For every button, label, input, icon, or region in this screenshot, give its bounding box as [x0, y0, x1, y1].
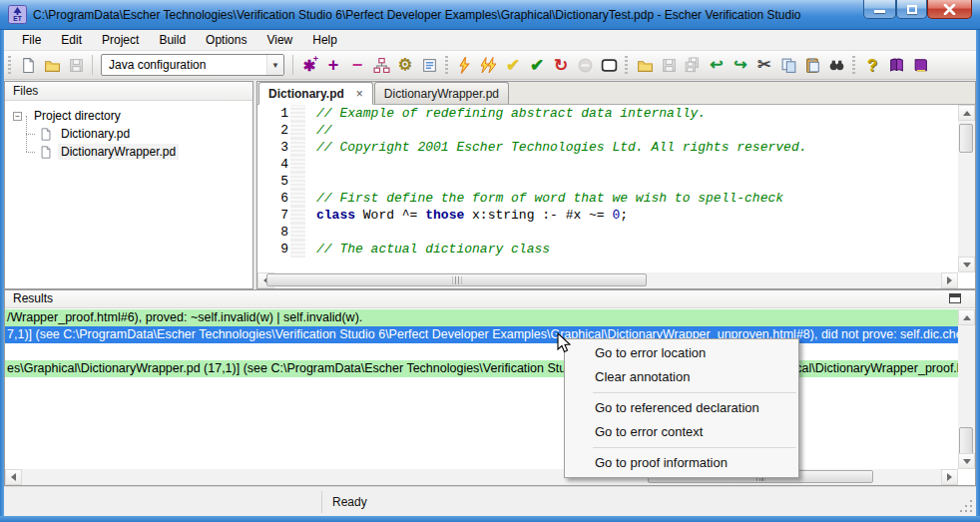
build-all-button[interactable]: [477, 53, 501, 77]
menu-options[interactable]: Options: [196, 31, 256, 49]
editor-vertical-scrollbar[interactable]: [958, 105, 975, 272]
gutter-margin: [290, 173, 305, 190]
code-line-2: 2//: [257, 122, 958, 139]
file-hierarchy-button[interactable]: [369, 53, 393, 77]
undo-button[interactable]: ↩: [705, 53, 729, 77]
thumb-grip: [452, 276, 461, 284]
tree-expander-icon[interactable]: −: [13, 112, 22, 121]
toolbar-grip[interactable]: [443, 56, 451, 74]
output-window-button[interactable]: [597, 53, 621, 77]
line-number: 8: [257, 224, 290, 241]
maximize-button[interactable]: [896, 0, 927, 19]
code-line-1: 1// Example of redefining abstract data …: [257, 105, 958, 122]
menu-separator: [593, 392, 796, 393]
editor-vscroll-thumb[interactable]: [959, 124, 973, 153]
tab-dictionary-pd[interactable]: Dictionary.pd×: [258, 82, 373, 105]
editor-hscroll-thumb[interactable]: [266, 273, 647, 286]
menu-view[interactable]: View: [256, 31, 302, 49]
window-border-bottom: [0, 516, 980, 522]
scroll-right-button[interactable]: [941, 272, 958, 288]
copy-button[interactable]: [776, 53, 800, 77]
verify-button[interactable]: ✔: [525, 53, 549, 77]
add-item-button[interactable]: +: [321, 53, 345, 77]
tree-item-project-directory[interactable]: −Project directory: [13, 107, 252, 125]
close-button[interactable]: [927, 0, 972, 19]
context-menu-item-go-to-referenced-declaration[interactable]: Go to referenced declaration: [565, 396, 798, 420]
result-row[interactable]: es\Graphical\DictionaryWrapper.pd (17,1)…: [5, 360, 958, 377]
help-button[interactable]: ?: [860, 53, 884, 77]
menu-help[interactable]: Help: [302, 31, 347, 49]
re-verify-button[interactable]: ↻: [549, 53, 573, 77]
line-number: 5: [257, 173, 290, 190]
project-report-button[interactable]: [417, 53, 441, 77]
scroll-up-button[interactable]: [958, 309, 975, 325]
arrow-left-icon: [7, 473, 16, 481]
remove-item-button[interactable]: −: [345, 53, 369, 77]
tree-item-dictionarywrapper-pd[interactable]: DictionaryWrapper.pd: [13, 143, 252, 161]
file-hierarchy-icon: [373, 57, 390, 74]
code-text: // The actual dictionary class: [305, 241, 550, 258]
code-text: [305, 224, 316, 241]
result-row[interactable]: /Wrapper_proof.html#6), proved: ~self.in…: [5, 309, 958, 326]
tree-item-dictionary-pd[interactable]: Dictionary.pd: [13, 125, 252, 143]
code-text: class Word ^= those x:string :- #x ~= 0;: [305, 207, 628, 224]
toolbar-grip[interactable]: [6, 56, 14, 74]
results-list[interactable]: /Wrapper_proof.html#6), proved: ~self.in…: [5, 309, 958, 469]
gutter-margin: [290, 241, 305, 258]
find-button[interactable]: [824, 53, 848, 77]
tab-close-icon[interactable]: ×: [356, 87, 363, 101]
code-line-4: 4: [257, 156, 958, 173]
language-reference-icon: [912, 57, 929, 74]
paste-icon: [804, 57, 821, 74]
editor-horizontal-scrollbar[interactable]: [257, 272, 958, 288]
new-file-button[interactable]: [16, 53, 40, 77]
toolbar-grip[interactable]: [623, 56, 631, 74]
configuration-dropdown[interactable]: Java configuration▼: [101, 54, 284, 76]
code-editor[interactable]: 1// Example of redefining abstract data …: [257, 105, 958, 272]
menu-project[interactable]: Project: [92, 31, 149, 49]
undo-icon: ↩: [710, 57, 723, 73]
minimize-button[interactable]: [863, 0, 896, 19]
toolbar-grip[interactable]: [850, 56, 858, 74]
open-file-icon: [637, 57, 654, 74]
scroll-down-button[interactable]: [958, 257, 975, 272]
context-menu-item-go-to-proof-information[interactable]: Go to proof information: [565, 451, 798, 475]
status-divider: [321, 491, 322, 513]
language-reference-button[interactable]: [908, 53, 932, 77]
resize-grip[interactable]: [960, 500, 973, 513]
menu-file[interactable]: File: [12, 31, 51, 49]
scroll-left-button[interactable]: [5, 469, 22, 485]
user-manual-icon: [888, 57, 905, 74]
tree-item-label: Project directory: [31, 108, 124, 124]
open-file-button[interactable]: [633, 53, 657, 77]
scroll-right-button[interactable]: [941, 469, 958, 485]
build-settings-button[interactable]: ⚙: [393, 53, 417, 77]
results-horizontal-scrollbar[interactable]: [5, 469, 958, 485]
check-syntax-button[interactable]: ✔: [501, 53, 525, 77]
files-panel-header: Files: [5, 82, 252, 101]
gutter-margin: [290, 156, 305, 173]
context-menu-item-clear-annotation[interactable]: Clear annotation: [565, 365, 798, 389]
cut-button[interactable]: ✂: [752, 53, 776, 77]
float-panel-icon[interactable]: [949, 293, 961, 303]
result-row-selected[interactable]: 7,1)] (see C:\ProgramData\Escher Technol…: [5, 326, 958, 343]
scroll-down-button[interactable]: [958, 453, 975, 469]
open-project-button[interactable]: [40, 53, 64, 77]
user-manual-button[interactable]: [884, 53, 908, 77]
results-vertical-scrollbar[interactable]: [958, 309, 975, 469]
gutter-margin: [290, 190, 305, 207]
title-bar[interactable]: ET C:\ProgramData\Escher Technologies\Ve…: [0, 0, 980, 30]
add-files-button[interactable]: ✱+: [297, 53, 321, 77]
menu-edit[interactable]: Edit: [51, 31, 92, 49]
window-border-right: [976, 30, 980, 516]
menu-build[interactable]: Build: [149, 31, 196, 49]
redo-button[interactable]: ↪: [729, 53, 752, 77]
paste-button[interactable]: [800, 53, 824, 77]
context-menu-item-go-to-error-location[interactable]: Go to error location: [565, 341, 798, 365]
menu-separator: [593, 447, 796, 448]
scroll-up-button[interactable]: [958, 105, 975, 121]
build-button[interactable]: [453, 53, 477, 77]
tab-dictionarywrapper-pd[interactable]: DictionaryWrapper.pd: [374, 82, 509, 104]
context-menu-item-go-to-error-context[interactable]: Go to error context: [565, 420, 798, 444]
close-icon: [943, 4, 956, 15]
